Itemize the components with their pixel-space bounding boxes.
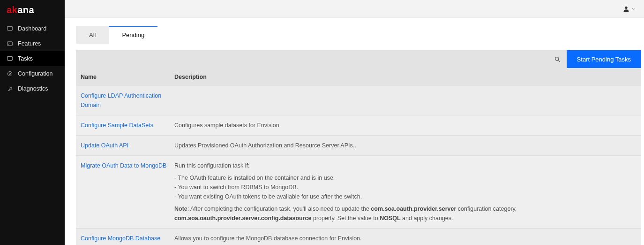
svg-rect-0 — [7, 26, 13, 30]
header-description: Description — [174, 74, 637, 80]
user-menu[interactable] — [622, 5, 636, 13]
search-button[interactable] — [549, 50, 567, 68]
action-bar: Start Pending Tasks — [76, 50, 641, 68]
tab-pending[interactable]: Pending — [109, 26, 157, 44]
start-pending-tasks-button[interactable]: Start Pending Tasks — [567, 50, 641, 68]
user-icon — [622, 5, 630, 13]
tabs: All Pending — [76, 26, 641, 44]
note-text: : After completing the configuration tas… — [187, 206, 371, 212]
task-description — [174, 91, 637, 110]
brand-logo: akana — [0, 0, 65, 21]
svg-line-7 — [558, 60, 560, 61]
table-row: Configure Sample DataSets Configures sam… — [76, 115, 641, 136]
svg-rect-1 — [7, 42, 13, 46]
sidebar-item-label: Tasks — [18, 55, 33, 62]
svg-point-4 — [9, 73, 11, 75]
sidebar-item-dashboard[interactable]: Dashboard — [0, 21, 65, 36]
task-link[interactable]: Migrate OAuth Data to MongoDB — [81, 162, 166, 169]
note-text: and apply changes. — [401, 215, 453, 222]
brand-part1: ak — [7, 5, 17, 15]
sidebar-item-configuration[interactable]: Configuration — [0, 66, 65, 81]
task-description: Run this configuration task if: - The OA… — [174, 161, 637, 223]
chevron-down-icon — [631, 7, 636, 11]
svg-point-6 — [555, 57, 559, 61]
desc-intro: Run this configuration task if: — [174, 161, 637, 170]
table-row: Configure LDAP Authentication Domain — [76, 86, 641, 115]
config-value: NOSQL — [380, 215, 400, 222]
note-text: configuration category, — [456, 206, 517, 212]
table-row: Update OAuth API Updates Provisioned OAu… — [76, 136, 641, 156]
tasks-icon — [7, 55, 13, 62]
content: All Pending Start Pending Tasks Name Des… — [65, 18, 644, 245]
topbar — [65, 0, 644, 18]
features-icon — [7, 40, 13, 47]
configuration-icon — [7, 70, 13, 77]
diagnostics-icon — [7, 85, 13, 92]
task-description: Configures sample datasets for Envision. — [174, 121, 637, 130]
note-text: property. Set the value to — [311, 215, 380, 222]
task-description: Allows you to configure the MongoDB data… — [174, 234, 637, 245]
svg-point-5 — [625, 6, 627, 8]
sidebar-item-label: Dashboard — [18, 25, 46, 32]
header-name: Name — [81, 74, 174, 80]
task-link[interactable]: Configure LDAP Authentication Domain — [81, 92, 161, 108]
table-row: Configure MongoDB Database Allows you to… — [76, 229, 641, 245]
sidebar-item-label: Features — [18, 40, 41, 47]
task-link[interactable]: Configure MongoDB Database — [81, 235, 160, 242]
task-link[interactable]: Update OAuth API — [81, 142, 128, 149]
tab-all[interactable]: All — [76, 26, 109, 44]
task-description: Updates Provisioned OAuth Authorization … — [174, 141, 637, 150]
brand-part2: ana — [17, 5, 34, 15]
svg-rect-2 — [7, 56, 13, 60]
note-label: Note — [174, 206, 187, 212]
sidebar: akana Dashboard Features Tasks Configura — [0, 0, 65, 245]
desc-bullet: - You want to switch from RDBMS to Mongo… — [174, 183, 637, 192]
table-row: Migrate OAuth Data to MongoDB Run this c… — [76, 156, 641, 229]
table-header: Name Description — [76, 68, 641, 86]
config-property: com.soa.oauth.provider.server.config.dat… — [174, 215, 311, 222]
dashboard-icon — [7, 25, 13, 32]
desc-bullet: - The OAuth feature is installed on the … — [174, 173, 637, 183]
search-icon — [554, 56, 561, 63]
task-link[interactable]: Configure Sample DataSets — [81, 122, 153, 129]
sidebar-item-tasks[interactable]: Tasks — [0, 51, 65, 66]
sidebar-item-label: Configuration — [18, 70, 52, 77]
config-category: com.soa.oauth.provider.server — [371, 206, 456, 212]
desc-bullet: - You want existing OAuth tokens to be a… — [174, 192, 637, 201]
sidebar-item-label: Diagnostics — [18, 85, 48, 92]
main-area: All Pending Start Pending Tasks Name Des… — [65, 0, 644, 245]
sidebar-item-features[interactable]: Features — [0, 36, 65, 51]
sidebar-item-diagnostics[interactable]: Diagnostics — [0, 81, 65, 96]
desc-paragraph: Allows you to configure the MongoDB data… — [174, 234, 637, 243]
svg-point-3 — [7, 71, 12, 76]
desc-note: Note: After completing the configuration… — [174, 204, 637, 223]
